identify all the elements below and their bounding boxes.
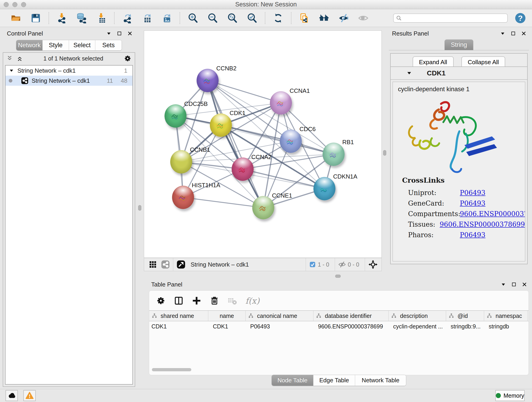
export-network-button[interactable] <box>122 13 133 24</box>
network-mode-button[interactable] <box>161 260 170 269</box>
network-node-CDK1[interactable] <box>210 114 232 137</box>
selected-checkbox-icon[interactable] <box>309 261 316 268</box>
tab-network[interactable]: Network <box>16 40 43 51</box>
add-column-button[interactable] <box>192 296 201 306</box>
network-node-CDC25B[interactable] <box>165 104 186 128</box>
network-node-CCNB2[interactable] <box>196 69 219 92</box>
table-panel-title: Table Panel <box>151 281 182 288</box>
protein-structure-image <box>402 97 503 175</box>
cloud-status-button[interactable] <box>6 390 18 401</box>
tab-network-table[interactable]: Network Table <box>355 375 406 386</box>
column-header-name[interactable]: name <box>208 311 246 321</box>
table-row[interactable]: CDK1CDK1P064939606.ENSP00000378699cyclin… <box>149 321 529 332</box>
control-panel-close-button[interactable] <box>127 31 133 36</box>
column-header-@id[interactable]: @id <box>446 311 484 321</box>
network-node-HIST1H1A[interactable] <box>172 186 194 209</box>
warnings-button[interactable] <box>23 390 36 401</box>
zoom-fit-button[interactable] <box>227 13 238 24</box>
network-row[interactable]: String Network – cdk1 11 48 <box>6 76 133 86</box>
control-panel-float-button[interactable] <box>117 31 122 36</box>
crosslink-link[interactable]: 9606.ENSP00000378699 <box>460 210 525 218</box>
export-image-button[interactable] <box>161 13 172 24</box>
zoom-selected-button[interactable] <box>247 13 258 24</box>
table-settings-button[interactable] <box>156 296 166 306</box>
network-search-field[interactable] <box>393 13 508 23</box>
crosslink-link[interactable]: 9606.ENSP00000378699 <box>440 220 525 228</box>
grid-mode-button[interactable] <box>149 260 157 269</box>
crosslink-link[interactable]: P06493 <box>460 199 486 207</box>
network-node-RB1[interactable] <box>323 143 345 166</box>
expand-all-button[interactable]: Expand All <box>413 56 454 68</box>
table-horizontal-scrollbar[interactable] <box>152 368 191 371</box>
collapse-all-networks-button[interactable] <box>6 55 13 62</box>
export-table-button[interactable] <box>142 13 152 24</box>
crosslink-link[interactable]: P06493 <box>460 189 486 197</box>
refresh-layout-button[interactable] <box>273 13 284 24</box>
network-node-CCNE1[interactable] <box>252 196 274 219</box>
import-table-button[interactable] <box>96 13 107 24</box>
tree-expand-icon <box>9 68 14 73</box>
fit-content-button[interactable] <box>368 260 378 269</box>
import-network-button[interactable] <box>56 13 67 24</box>
expand-all-networks-button[interactable] <box>17 55 23 62</box>
table-panel-close-button[interactable] <box>522 282 527 287</box>
hide-selected-button[interactable] <box>338 13 349 24</box>
zoom-out-button[interactable] <box>207 13 218 24</box>
network-view-canvas[interactable]: CCNB2CCNA1CDC25BCDK1CDC6RB1CCNB1CCNA2CDK… <box>144 31 382 258</box>
birds-eye-view-button[interactable] <box>177 260 186 269</box>
hierarchy-icon <box>448 313 454 319</box>
network-node-CDC6[interactable] <box>280 129 302 153</box>
delete-column-button[interactable] <box>210 296 219 306</box>
table-panel-menu-button[interactable] <box>501 282 506 287</box>
collapse-section-icon <box>407 70 412 76</box>
collapse-all-button[interactable]: Collapse All <box>462 56 505 68</box>
delete-table-button[interactable] <box>228 296 237 306</box>
tab-edge-table[interactable]: Edge Table <box>313 375 355 386</box>
window-title: Session: New Session <box>0 1 532 8</box>
left-splitter-handle[interactable] <box>138 205 141 211</box>
network-node-CCNB1[interactable] <box>170 150 192 173</box>
column-header-canonical-name[interactable]: canonical name <box>246 311 313 321</box>
gene-section-header[interactable]: CDK1 <box>391 67 527 80</box>
split-column-button[interactable] <box>174 296 184 306</box>
results-panel-menu-button[interactable] <box>500 31 505 36</box>
column-header-namespac[interactable]: namespac <box>484 311 528 321</box>
zoom-in-button[interactable] <box>187 13 198 24</box>
copy-style-button[interactable] <box>299 13 310 24</box>
crosslink-link[interactable]: P06493 <box>460 231 486 239</box>
tab-select[interactable]: Select <box>69 40 95 51</box>
function-builder-button[interactable]: f(x) <box>245 296 260 306</box>
column-header-database-identifier[interactable]: database identifier <box>313 311 389 321</box>
column-header-description[interactable]: description <box>389 311 446 321</box>
network-node-CCNA1[interactable] <box>270 91 292 115</box>
tab-sets[interactable]: Sets <box>95 40 122 51</box>
results-panel-float-button[interactable] <box>511 31 516 36</box>
network-options-button[interactable] <box>124 55 132 62</box>
tab-node-table[interactable]: Node Table <box>272 375 313 386</box>
crosslink-label: Compartments: <box>408 210 460 218</box>
column-header-shared-name[interactable]: shared name <box>149 311 208 321</box>
help-button[interactable]: ? <box>515 12 526 24</box>
horizontal-splitter-handle[interactable] <box>335 274 341 278</box>
tab-string[interactable]: String <box>445 40 473 50</box>
network-tab-content: 1 of 1 Network selected String Network –… <box>3 52 135 387</box>
open-folder-button[interactable] <box>11 13 22 24</box>
memory-button[interactable]: Memory <box>495 390 525 401</box>
save-session-button[interactable] <box>30 13 41 24</box>
first-neighbors-button[interactable] <box>318 13 329 24</box>
node-label-CDK1: CDK1 <box>230 109 245 117</box>
toolbar-separator <box>114 12 114 24</box>
birds-eye-icon <box>177 260 186 269</box>
tab-style[interactable]: Style <box>43 40 69 51</box>
right-splitter-handle[interactable] <box>383 150 386 156</box>
results-panel-close-button[interactable] <box>521 31 526 36</box>
show-all-button[interactable] <box>358 13 369 24</box>
network-collection-row[interactable]: String Network – cdk1 1 <box>6 65 133 76</box>
control-panel-menu-button[interactable] <box>106 31 111 36</box>
float-icon <box>117 31 122 36</box>
network-node-CDKN1A[interactable] <box>313 177 336 200</box>
network-node-CCNA2[interactable] <box>232 157 254 181</box>
search-input[interactable] <box>404 15 505 21</box>
import-database-button[interactable] <box>76 13 87 24</box>
table-panel-float-button[interactable] <box>511 282 516 287</box>
